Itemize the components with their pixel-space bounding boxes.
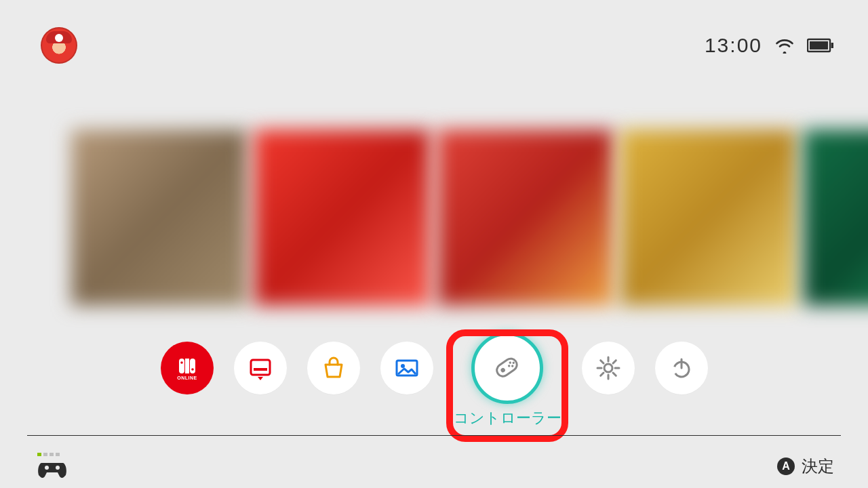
system-dock: ONLINE bbox=[0, 342, 868, 428]
game-tile[interactable] bbox=[71, 129, 248, 306]
svg-point-12 bbox=[401, 364, 405, 368]
top-bar: 13:00 bbox=[41, 27, 834, 64]
svg-point-18 bbox=[507, 365, 511, 368]
dock-item-settings[interactable] bbox=[582, 342, 635, 428]
svg-rect-3 bbox=[179, 359, 184, 373]
svg-rect-10 bbox=[254, 368, 267, 371]
svg-rect-13 bbox=[494, 357, 519, 379]
svg-point-6 bbox=[180, 361, 183, 364]
svg-line-24 bbox=[600, 361, 603, 363]
game-tile[interactable] bbox=[437, 129, 614, 306]
svg-line-25 bbox=[613, 373, 616, 375]
dock-selected-label: コントローラー bbox=[454, 408, 561, 428]
news-icon bbox=[234, 342, 287, 394]
footer-bar: A 決定 bbox=[37, 444, 834, 488]
action-hint-confirm: A 決定 bbox=[777, 455, 834, 477]
svg-line-26 bbox=[613, 361, 616, 363]
dock-item-eshop[interactable] bbox=[307, 342, 360, 428]
svg-rect-4 bbox=[190, 359, 195, 373]
svg-rect-9 bbox=[251, 360, 270, 375]
a-button-glyph: A bbox=[777, 458, 795, 475]
svg-point-17 bbox=[511, 365, 514, 368]
svg-rect-1 bbox=[831, 43, 834, 48]
game-tile[interactable] bbox=[804, 129, 868, 306]
settings-icon bbox=[582, 342, 635, 394]
svg-point-16 bbox=[512, 361, 515, 365]
wifi-icon bbox=[774, 37, 795, 54]
svg-point-31 bbox=[56, 466, 60, 470]
eshop-icon bbox=[307, 342, 360, 394]
a-button-label: 決定 bbox=[802, 455, 834, 477]
svg-text:ONLINE: ONLINE bbox=[177, 375, 197, 380]
svg-point-15 bbox=[509, 361, 512, 365]
svg-point-7 bbox=[191, 368, 194, 371]
svg-rect-2 bbox=[810, 41, 828, 49]
user-avatar[interactable] bbox=[41, 27, 77, 64]
svg-point-30 bbox=[45, 466, 49, 470]
svg-point-19 bbox=[604, 364, 612, 372]
clock: 13:00 bbox=[705, 34, 762, 57]
dock-item-online[interactable]: ONLINE bbox=[161, 342, 214, 428]
footer-divider bbox=[27, 435, 841, 436]
player-indicator[interactable] bbox=[37, 453, 67, 479]
dock-item-controllers[interactable]: コントローラー bbox=[454, 342, 561, 428]
power-icon bbox=[655, 342, 708, 394]
battery-icon bbox=[807, 38, 834, 53]
controllers-icon bbox=[471, 332, 543, 404]
album-icon bbox=[380, 342, 433, 394]
svg-point-14 bbox=[500, 367, 506, 373]
status-area: 13:00 bbox=[705, 34, 834, 57]
game-tile-row[interactable] bbox=[0, 129, 868, 306]
dock-item-news[interactable] bbox=[234, 342, 287, 428]
game-tile[interactable] bbox=[254, 129, 431, 306]
dock-item-album[interactable] bbox=[380, 342, 433, 428]
svg-rect-5 bbox=[185, 359, 189, 373]
pro-controller-icon bbox=[37, 459, 67, 479]
game-tile[interactable] bbox=[620, 129, 797, 306]
online-icon: ONLINE bbox=[161, 342, 214, 394]
dock-item-power[interactable] bbox=[655, 342, 708, 428]
svg-line-27 bbox=[600, 373, 603, 375]
player-leds bbox=[37, 453, 60, 456]
